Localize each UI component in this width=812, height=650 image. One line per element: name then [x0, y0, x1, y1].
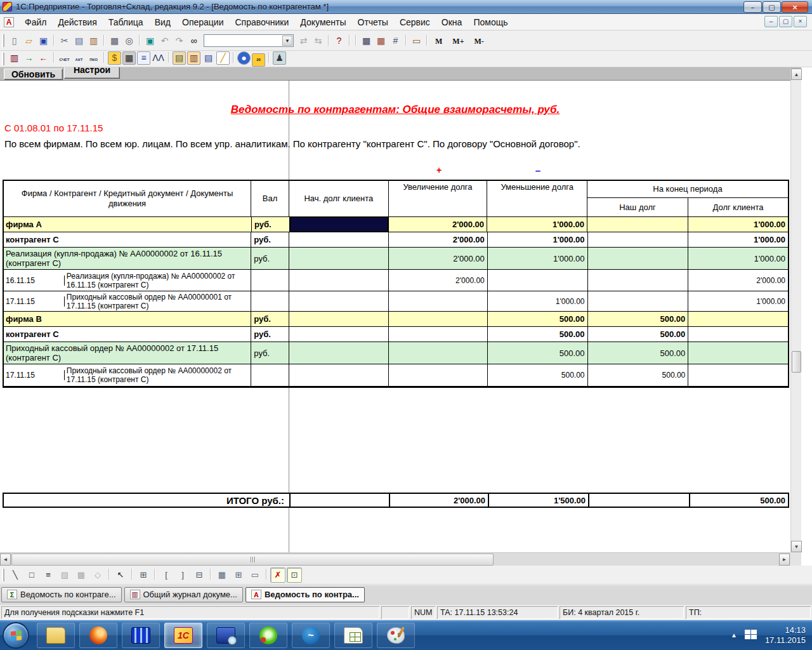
find-combobox[interactable]: ▼ — [204, 34, 294, 47]
table-row-7[interactable]: контрагент Сруб.500.00500.00 — [4, 327, 788, 342]
pko-icon[interactable]: ПКО — [87, 53, 100, 67]
cell-inc[interactable]: 2'000.00 — [389, 232, 488, 247]
redo-icon[interactable]: ↷ — [173, 34, 186, 47]
settings-button[interactable]: Настрой — [64, 67, 120, 79]
cell-inc[interactable] — [389, 342, 488, 364]
menu-item-справочники[interactable]: Справочники — [230, 15, 295, 29]
taskbar-remote-button[interactable] — [207, 623, 245, 648]
cell-name[interactable]: Реализация (купля-продажа) № АА00000002 … — [4, 248, 251, 269]
cursor-tool-icon[interactable]: ↖ — [113, 567, 128, 583]
taskbar-catalog-button[interactable] — [122, 623, 160, 648]
cell-our[interactable] — [588, 232, 689, 247]
outgoing-document-icon[interactable]: ← — [37, 51, 50, 65]
cell-client[interactable]: 1'000.00 — [688, 291, 788, 311]
cell-name[interactable]: контрагент С — [4, 232, 251, 247]
close-button[interactable]: × — [782, 1, 808, 13]
cell-beg[interactable] — [289, 248, 389, 269]
taskbar-1c-button[interactable]: 1С — [164, 623, 202, 648]
cell-inc[interactable] — [389, 291, 488, 311]
vertical-scrollbar[interactable]: ▲ ▼ — [790, 69, 801, 552]
cell-document[interactable]: Приходный кассовый ордер № АА00000002 от… — [65, 366, 251, 385]
mdi-restore-icon[interactable]: ▢ — [779, 16, 792, 27]
cell-dec[interactable] — [488, 270, 588, 291]
cell-currency[interactable] — [251, 270, 289, 291]
taskbar-firefox-button[interactable] — [79, 623, 117, 648]
cell-our[interactable]: 500.00 — [588, 312, 689, 326]
cell-currency[interactable]: руб. — [251, 248, 289, 269]
menu-item-операции[interactable]: Операции — [176, 15, 230, 29]
cell-currency[interactable]: руб. — [251, 232, 289, 247]
book-icon[interactable]: ▭ — [410, 34, 423, 47]
cell-currency[interactable]: руб. — [252, 217, 290, 232]
cell-currency[interactable]: руб. — [251, 312, 289, 326]
cell-beg[interactable] — [289, 232, 389, 247]
taskbar-oo-button[interactable]: ~ — [292, 623, 330, 648]
mdi-minimize-icon[interactable]: – — [764, 16, 778, 27]
find-icon[interactable]: ∞ — [187, 34, 200, 47]
scroll-down-icon[interactable]: ▼ — [791, 541, 802, 552]
cell-dec[interactable]: 500.00 — [488, 312, 588, 326]
menu-item-окна[interactable]: Окна — [436, 15, 468, 29]
cell-name[interactable]: фирма В — [4, 312, 251, 326]
memory-button-button[interactable]: M — [431, 36, 446, 47]
cell-beg[interactable] — [289, 312, 389, 326]
table-row-1[interactable]: фирма Аруб.2'000.001'000.001'000.00 — [4, 217, 788, 232]
cell-client[interactable] — [688, 327, 788, 342]
menu-item-сервис[interactable]: Сервис — [394, 15, 436, 29]
menu-item-действия[interactable]: Действия — [52, 15, 102, 29]
scroll-left-icon[interactable]: ◄ — [0, 554, 11, 566]
horizontal-scroll-thumb[interactable] — [11, 554, 494, 566]
print-icon[interactable]: ▦ — [108, 34, 121, 47]
total-client-debt[interactable]: 500.00 — [690, 494, 788, 507]
rectangle-tool-icon[interactable]: □ — [24, 567, 39, 583]
insert-table-icon[interactable]: ⊞ — [136, 567, 151, 583]
cell-inc[interactable] — [389, 312, 488, 326]
cell-dec[interactable]: 500.00 — [488, 364, 588, 386]
cell-date[interactable]: 17.11.15 — [4, 296, 65, 307]
menu-item-файл[interactable]: Файл — [19, 15, 52, 29]
cell-dec[interactable]: 1'000.00 — [488, 248, 588, 269]
cell-dec[interactable]: 500.00 — [488, 327, 588, 342]
partners-icon[interactable]: ΛΛ — [152, 51, 165, 65]
picture-tool-icon[interactable]: ▨ — [57, 567, 72, 583]
cell-dec[interactable]: 500.00 — [488, 342, 588, 364]
cell-our[interactable]: 500.00 — [588, 327, 689, 342]
cell-document[interactable]: Реализация (купля-продажа) № АА00000002 … — [65, 271, 251, 290]
cell-currency[interactable] — [251, 291, 289, 311]
cell-dec[interactable]: 1'000.00 — [488, 291, 588, 311]
cell-our[interactable] — [588, 248, 689, 269]
cell-beg[interactable] — [289, 270, 389, 291]
print-money-icon[interactable]: ▤ — [173, 51, 186, 65]
table-row-2[interactable]: контрагент Сруб.2'000.001'000.001'000.00 — [4, 232, 788, 248]
vertical-scroll-thumb[interactable] — [792, 351, 801, 373]
selected-cell[interactable] — [289, 216, 389, 232]
cell-dec[interactable]: 1'000.00 — [488, 232, 588, 247]
cell-our[interactable]: 500.00 — [588, 364, 689, 386]
toolbar-grip[interactable] — [2, 53, 4, 65]
taskbar-oocalc-button[interactable] — [334, 623, 372, 648]
find-previous-icon[interactable]: ⇆ — [311, 34, 325, 47]
paste-icon[interactable]: ▥ — [87, 34, 100, 47]
menu-item-вид[interactable]: Вид — [149, 15, 176, 29]
scroll-up-icon[interactable]: ▲ — [791, 69, 802, 80]
equipment-icon[interactable]: ▥ — [187, 51, 200, 65]
cell-beg[interactable] — [289, 342, 389, 364]
total-increase[interactable]: 2'000.00 — [390, 494, 489, 507]
sections-icon[interactable]: ⊟ — [192, 567, 207, 583]
table-row-9[interactable]: 17.11.15Приходный кассовый ордер № АА000… — [4, 364, 788, 387]
cell-our[interactable] — [588, 291, 689, 311]
headers-grid-icon[interactable]: ⊞ — [231, 567, 246, 583]
horizontal-scrollbar[interactable]: ◄ ► — [0, 552, 801, 566]
total-label[interactable]: ИТОГО руб.: — [4, 494, 291, 507]
cell-client[interactable]: 1'000.00 — [688, 232, 788, 247]
mdi-close-icon[interactable]: × — [794, 16, 807, 27]
report-document-icon[interactable]: ≡ — [137, 51, 150, 65]
window-tab-3-active[interactable]: АВедомость по контра... — [246, 587, 365, 602]
cell-our[interactable] — [588, 270, 689, 291]
cell-currency[interactable]: руб. — [251, 327, 289, 342]
cell-name[interactable]: фирма А — [4, 217, 252, 232]
restore-button[interactable]: ▢ — [763, 1, 781, 13]
cell-inc[interactable]: 2'000.00 — [389, 270, 488, 291]
cash-register-icon[interactable]: ▦ — [122, 51, 136, 65]
menu-item-отчеты[interactable]: Отчеты — [352, 15, 394, 29]
